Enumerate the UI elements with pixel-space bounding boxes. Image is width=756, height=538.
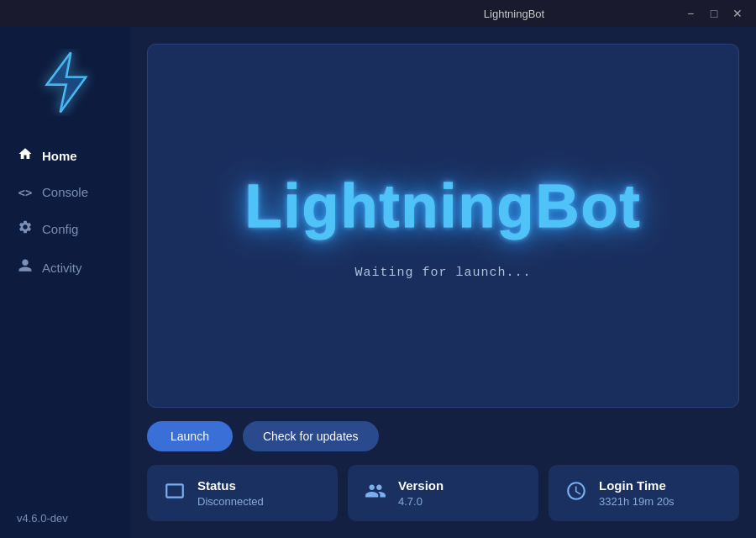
- version-icon: [365, 480, 386, 507]
- nav-activity[interactable]: Activity: [0, 248, 130, 287]
- banner-title: LightningBot: [245, 171, 642, 240]
- version-value: 4.7.0: [398, 495, 444, 508]
- nav-home[interactable]: Home: [0, 136, 130, 175]
- home-icon: [17, 146, 34, 165]
- status-card: Status Disconnected: [147, 465, 338, 521]
- check-updates-button[interactable]: Check for updates: [243, 421, 379, 451]
- login-time-label: Login Time: [599, 478, 675, 493]
- nav-activity-label: Activity: [42, 261, 82, 275]
- minimize-button[interactable]: −: [682, 7, 699, 20]
- config-icon: [17, 219, 34, 238]
- login-time-value: 3321h 19m 20s: [599, 495, 675, 508]
- nav-config-label: Config: [42, 222, 78, 236]
- app-body: Home <> Console Config Activity v4.6.0-d…: [0, 27, 756, 538]
- svg-marker-1: [46, 52, 85, 112]
- logo-area: [0, 40, 130, 136]
- status-icon: [164, 480, 186, 507]
- banner-subtitle: Waiting for launch...: [354, 266, 531, 280]
- nav-config[interactable]: Config: [0, 209, 130, 248]
- main-content: LightningBot Waiting for launch... Launc…: [130, 27, 756, 538]
- nav-console[interactable]: <> Console: [0, 175, 130, 209]
- version-card: Version 4.7.0: [348, 465, 538, 521]
- nav-home-label: Home: [42, 149, 77, 163]
- nav-console-label: Console: [42, 185, 88, 199]
- maximize-button[interactable]: □: [706, 7, 722, 20]
- login-time-card: Login Time 3321h 19m 20s: [549, 465, 739, 521]
- status-value: Disconnected: [197, 495, 264, 508]
- logo-bolt-icon: [36, 49, 95, 116]
- status-label: Status: [197, 478, 264, 493]
- title-bar: LightningBot − □ ✕: [0, 0, 756, 27]
- window-title: LightningBot: [346, 8, 682, 20]
- launch-button[interactable]: Launch: [147, 421, 233, 451]
- banner: LightningBot Waiting for launch...: [147, 44, 739, 408]
- login-time-icon: [565, 480, 587, 507]
- sidebar: Home <> Console Config Activity v4.6.0-d…: [0, 27, 130, 538]
- version-label: Version: [398, 478, 444, 493]
- console-icon: <>: [17, 186, 34, 199]
- info-cards: Status Disconnected Version 4.7.0: [147, 465, 739, 521]
- activity-icon: [17, 258, 34, 277]
- buttons-row: Launch Check for updates: [147, 421, 739, 451]
- close-button[interactable]: ✕: [729, 7, 746, 20]
- sidebar-version: v4.6.0-dev: [0, 498, 85, 538]
